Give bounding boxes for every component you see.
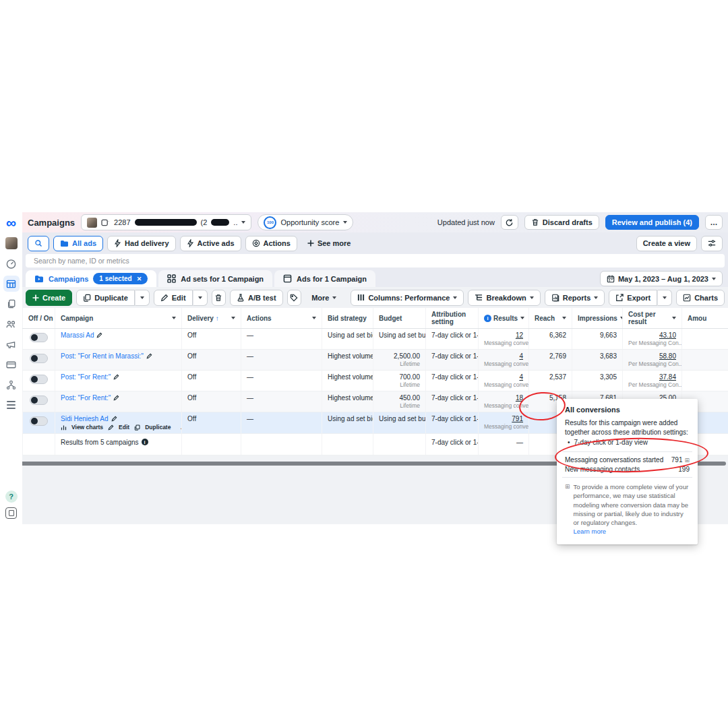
tag-icon (290, 294, 298, 302)
sidebar-item-advertise[interactable] (3, 336, 20, 352)
table-row[interactable]: Marassi Ad View charts Edit Duplicate … … (3, 329, 728, 350)
tab-campaigns[interactable]: Campaigns 1 selected✕ (26, 270, 156, 287)
col-cost-per-result[interactable]: Cost per result (623, 308, 682, 328)
delete-button[interactable] (212, 290, 226, 306)
pencil-icon[interactable] (111, 416, 117, 422)
col-attribution[interactable]: Attribution setting (426, 308, 479, 328)
attribution-cell: 7-day click or 1-... (426, 350, 479, 370)
tooltip-body: Results for this campaign were added tog… (565, 418, 690, 437)
campaign-name-link[interactable]: Post: "For Rent:" (61, 394, 111, 402)
row-toggle[interactable] (30, 333, 48, 342)
delivery-cell: Off (182, 391, 241, 412)
row-toggle[interactable] (30, 396, 48, 405)
charts-button[interactable]: Charts (676, 290, 725, 306)
filter-active-ads[interactable]: Active ads (180, 236, 241, 251)
search-filter-button[interactable] (28, 236, 49, 251)
account-suffix-text: .. (233, 218, 237, 226)
tab-ad-sets[interactable]: Ad sets for 1 Campaign (158, 270, 272, 287)
discard-drafts-button[interactable]: Discard drafts (524, 215, 599, 230)
col-amount[interactable]: Amou (682, 308, 708, 328)
tag-button[interactable] (287, 290, 302, 306)
col-reach[interactable]: Reach (529, 308, 572, 328)
view-settings-button[interactable] (701, 236, 723, 251)
more-button[interactable]: More (305, 290, 342, 306)
sidebar-item-audiences[interactable] (3, 316, 20, 332)
col-budget[interactable]: Budget (373, 308, 426, 328)
feedback-button[interactable] (5, 507, 17, 519)
refresh-button[interactable] (501, 215, 518, 230)
meta-logo-icon[interactable]: ∞ (3, 215, 20, 231)
help-button[interactable]: ? (5, 491, 18, 503)
reports-button[interactable]: Reports (545, 290, 605, 306)
sidebar-item-billing[interactable] (3, 356, 20, 373)
create-view-button[interactable]: Create a view (636, 236, 697, 251)
ad-account-selector[interactable]: 2287 (2 .. (81, 214, 251, 230)
results-value-link[interactable]: 12 (484, 331, 523, 339)
filter-all-ads[interactable]: All ads (53, 236, 103, 251)
date-range-picker[interactable]: May 1, 2023 – Aug 1, 2023 (600, 271, 723, 286)
sidebar-item-overview[interactable] (3, 255, 20, 272)
col-impressions[interactable]: Impressions (572, 308, 623, 328)
table-row[interactable]: Post: "For Rent:" View charts Edit Dupli… (3, 371, 728, 391)
col-actions[interactable]: Actions (241, 308, 322, 328)
search-input[interactable] (26, 254, 725, 267)
create-button[interactable]: Create (26, 290, 72, 306)
edit-dropdown[interactable] (193, 290, 208, 306)
col-bid-strategy[interactable]: Bid strategy (322, 308, 373, 328)
header-more-button[interactable]: … (705, 215, 723, 230)
results-value-link[interactable]: 4 (484, 352, 523, 360)
review-publish-button[interactable]: Review and publish (4) (605, 215, 699, 230)
pencil-icon[interactable] (96, 332, 102, 338)
refresh-icon (505, 218, 514, 227)
results-cell: 4Messaging convers.. (479, 371, 529, 391)
campaign-name-link[interactable]: Sidi Heniesh Ad (61, 415, 109, 422)
duplicate-action[interactable]: Duplicate (145, 424, 171, 431)
ab-test-button[interactable]: A/B test (230, 290, 283, 306)
learn-more-link[interactable]: Learn more (574, 528, 607, 535)
sidebar-item-campaigns[interactable] (3, 276, 20, 292)
business-account-avatar[interactable] (3, 235, 20, 251)
results-cell: 18Messaging convers.. (479, 391, 529, 412)
table-row[interactable]: Post: "For Rent in Marassi:" View charts… (3, 350, 728, 371)
col-delivery[interactable]: Delivery ↑ (182, 308, 241, 328)
filter-actions[interactable]: Actions (245, 236, 297, 251)
row-toggle[interactable] (30, 375, 48, 384)
results-value-link[interactable]: 4 (484, 373, 523, 381)
edit-action[interactable]: Edit (119, 424, 129, 431)
ad-account-icon (101, 219, 110, 226)
col-results[interactable]: iResults (479, 308, 529, 328)
caret-down-icon (712, 278, 716, 280)
see-more-filters-button[interactable]: See more (301, 236, 357, 251)
level-tabs: Campaigns 1 selected✕ Ad sets for 1 Camp… (22, 269, 728, 287)
bid-strategy-cell: Highest volume (322, 371, 373, 391)
sidebar-item-events-manager[interactable] (3, 377, 20, 393)
campaign-name-link[interactable]: Post: "For Rent:" (61, 373, 111, 381)
filter-had-delivery[interactable]: Had delivery (107, 236, 175, 251)
row-toggle[interactable] (30, 416, 48, 426)
results-value-link[interactable]: 791 (484, 415, 523, 422)
breakdown-button[interactable]: Breakdown (468, 290, 540, 306)
sidebar-item-all-tools[interactable] (3, 397, 20, 413)
campaign-name-link[interactable]: Post: "For Rent in Marassi:" (61, 352, 144, 360)
export-dropdown[interactable] (657, 290, 672, 306)
pencil-icon[interactable] (146, 353, 152, 359)
filter-bar: All ads Had delivery Active ads Actions … (22, 232, 728, 254)
pencil-icon[interactable] (113, 395, 119, 401)
results-value-link[interactable]: 18 (484, 394, 523, 402)
tab-ads[interactable]: Ads for 1 Campaign (274, 270, 375, 287)
row-toggle[interactable] (30, 354, 48, 363)
export-button[interactable]: Export (609, 290, 657, 306)
edit-button[interactable]: Edit (154, 290, 193, 306)
col-campaign[interactable]: Campaign (55, 308, 182, 328)
view-charts-action[interactable]: View charts (71, 424, 103, 431)
columns-button[interactable]: Columns: Performance (351, 290, 464, 306)
sidebar-item-ads-reporting[interactable] (3, 296, 20, 312)
pencil-icon[interactable] (113, 374, 119, 380)
duplicate-dropdown[interactable] (135, 290, 150, 306)
campaign-name-link[interactable]: Marassi Ad (61, 331, 94, 339)
opportunity-score-button[interactable]: 100 Opportunity score (257, 214, 353, 230)
search-icon (34, 239, 42, 247)
selected-count-badge[interactable]: 1 selected✕ (93, 273, 148, 284)
close-icon[interactable]: ✕ (137, 276, 142, 282)
duplicate-button[interactable]: Duplicate (76, 290, 135, 306)
